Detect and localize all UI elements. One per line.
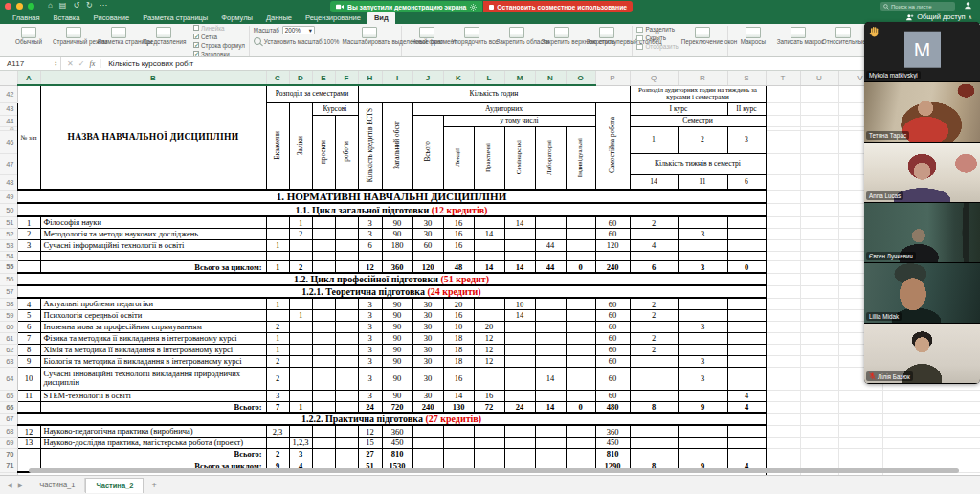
section-title-cell[interactable]: 1.2.1. Теоретична підготовка (24 кредити… xyxy=(17,285,766,298)
cell[interactable]: 24 xyxy=(358,401,382,413)
cell[interactable]: 14 xyxy=(474,228,504,239)
cell[interactable] xyxy=(882,390,980,401)
cell[interactable] xyxy=(678,239,727,251)
cell[interactable]: 27 xyxy=(358,448,382,460)
header-discipline-name[interactable]: НАЗВА НАВЧАЛЬНОЇ ДИСЦИПЛІНИ xyxy=(40,85,266,190)
cell[interactable]: 14 xyxy=(535,401,566,413)
cell[interactable]: 16 xyxy=(443,367,474,390)
cell[interactable] xyxy=(727,298,766,309)
cell[interactable] xyxy=(566,448,595,460)
cell[interactable]: 30 xyxy=(412,298,443,309)
checkbox-headings[interactable]: ✓Заголовки xyxy=(193,51,230,57)
cell[interactable] xyxy=(800,425,838,437)
cell[interactable] xyxy=(312,401,335,413)
cell[interactable]: 4 xyxy=(17,298,40,309)
cell[interactable]: 120 xyxy=(595,239,630,251)
row-header[interactable]: 49 xyxy=(0,190,17,203)
row-header[interactable]: 60 xyxy=(0,321,17,332)
cell[interactable] xyxy=(630,251,678,260)
cell[interactable]: 0 xyxy=(566,401,595,413)
relative-references-button[interactable]: Относительные ссылки xyxy=(822,26,864,46)
cell[interactable] xyxy=(727,437,766,448)
cell[interactable] xyxy=(504,355,535,367)
column-header-A[interactable]: A xyxy=(17,71,40,85)
cell[interactable] xyxy=(504,437,535,448)
header-seminars[interactable]: Семінарські xyxy=(504,126,535,190)
zoom-100-button[interactable]: Установить масштаб 100% xyxy=(254,37,340,45)
cell[interactable]: 2 xyxy=(630,298,678,309)
cell[interactable] xyxy=(630,390,678,401)
cell[interactable] xyxy=(800,203,838,216)
cell[interactable]: 3 xyxy=(358,228,382,239)
cell[interactable] xyxy=(535,448,566,460)
cell[interactable] xyxy=(289,344,312,355)
cell[interactable]: 2,3 xyxy=(266,425,289,437)
cell[interactable]: 3 xyxy=(358,367,382,390)
cell[interactable] xyxy=(535,425,566,437)
cell[interactable]: 30 xyxy=(412,216,443,228)
cell[interactable] xyxy=(800,216,838,228)
row-header[interactable]: 57 xyxy=(0,285,17,298)
cell[interactable] xyxy=(882,401,980,413)
column-header-O[interactable]: O xyxy=(566,71,595,85)
cell[interactable] xyxy=(630,367,678,390)
header-course-works[interactable]: Курсові xyxy=(312,102,358,115)
cell[interactable]: 13 xyxy=(17,437,40,448)
cell[interactable]: 450 xyxy=(382,437,412,448)
sheet-tab-chastyna-2[interactable]: Частина_2 xyxy=(85,478,144,493)
cell[interactable] xyxy=(335,260,358,273)
header-credits[interactable]: Заліки xyxy=(289,102,312,190)
cell[interactable]: Методологія та методи наукових досліджен… xyxy=(40,228,266,239)
cell[interactable] xyxy=(312,448,335,460)
split-button[interactable]: Разделить xyxy=(636,26,678,33)
cell[interactable] xyxy=(566,298,595,309)
cell[interactable]: 2 xyxy=(289,260,312,273)
cell[interactable] xyxy=(535,309,566,321)
cell[interactable] xyxy=(312,260,335,273)
cell[interactable] xyxy=(678,298,727,309)
cell[interactable] xyxy=(474,239,504,251)
cell[interactable]: 60 xyxy=(595,298,630,309)
cell[interactable] xyxy=(766,332,800,344)
header-course1[interactable]: І курс xyxy=(630,102,727,115)
cell[interactable] xyxy=(766,321,800,332)
cell[interactable]: Актуальні проблеми педагогіки xyxy=(40,298,266,309)
cell[interactable] xyxy=(412,448,443,460)
cell[interactable] xyxy=(335,367,358,390)
cell[interactable] xyxy=(474,367,504,390)
cell[interactable] xyxy=(312,425,335,437)
formula-input[interactable]: Кількість курсових робіт xyxy=(101,59,193,68)
cell[interactable] xyxy=(566,425,595,437)
header-weeks-1[interactable]: 14 xyxy=(630,174,678,190)
cell[interactable]: 3 xyxy=(678,260,727,273)
cell[interactable] xyxy=(766,228,800,239)
cell[interactable] xyxy=(766,401,800,413)
cell[interactable] xyxy=(312,355,335,367)
zoom-to-selection-button[interactable]: Масштабировать выделенный фрагмент xyxy=(342,26,397,46)
cell[interactable]: 2 xyxy=(630,216,678,228)
cell[interactable] xyxy=(800,332,838,344)
column-header-B[interactable]: B xyxy=(40,71,266,85)
cell[interactable] xyxy=(727,239,766,251)
cell[interactable] xyxy=(535,390,566,401)
cell[interactable]: 48 xyxy=(443,260,474,273)
cell[interactable]: 30 xyxy=(412,321,443,332)
cell[interactable]: 480 xyxy=(595,401,630,413)
cell[interactable] xyxy=(17,448,40,460)
cell[interactable]: 2 xyxy=(630,309,678,321)
cell[interactable] xyxy=(504,390,535,401)
cell[interactable] xyxy=(535,216,566,228)
cell[interactable] xyxy=(443,425,474,437)
row-header[interactable]: 62 xyxy=(0,344,17,355)
cell[interactable]: 3 xyxy=(358,344,382,355)
cell[interactable] xyxy=(289,239,312,251)
sheet-tab-chastyna-1[interactable]: Частина_1 xyxy=(30,478,85,492)
cell[interactable] xyxy=(838,448,882,460)
row-header[interactable]: 66 xyxy=(0,401,17,413)
cell[interactable] xyxy=(766,425,800,437)
participant-tile[interactable]: Лілія Базюк xyxy=(864,324,980,383)
cell[interactable] xyxy=(289,321,312,332)
header-sem-dist[interactable]: Розподіл за семестрами xyxy=(266,85,358,102)
cell[interactable] xyxy=(882,425,980,437)
header-total-volume[interactable]: Загальний обсяг xyxy=(382,102,412,190)
